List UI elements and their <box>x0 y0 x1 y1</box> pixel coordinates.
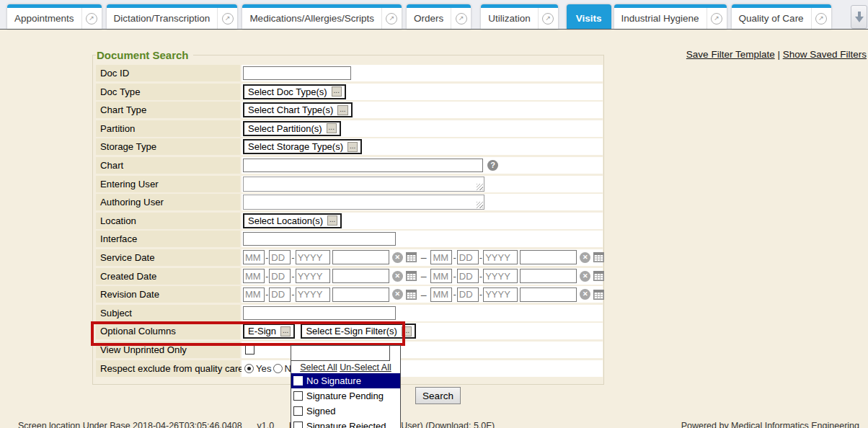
clear-icon[interactable]: ✕ <box>580 252 590 263</box>
tab-scroll-down-button[interactable] <box>851 5 867 29</box>
calendar-icon[interactable] <box>406 271 417 281</box>
tab-orders[interactable]: Orders ↗ <box>407 4 471 29</box>
option-checkbox[interactable] <box>293 376 303 385</box>
select-all-link[interactable]: Select All <box>300 362 337 373</box>
option-label: Signed <box>306 406 335 416</box>
esign-filter-search-box[interactable] <box>291 346 390 361</box>
entering-user-textarea[interactable] <box>243 177 484 192</box>
row-chart-type: Chart Type Select Chart Type(s) ... <box>96 102 603 118</box>
field-label: Authoring User <box>96 194 240 210</box>
revision-date-to-input[interactable] <box>520 287 577 302</box>
tab-dictation-transcription[interactable]: Dictation/Transcription ↗ <box>107 4 238 29</box>
revision-date-to-month-input[interactable] <box>430 287 452 302</box>
field-label: Chart <box>96 157 240 174</box>
row-entering-user: Entering User <box>96 176 603 192</box>
calendar-icon[interactable] <box>406 290 417 300</box>
field-label: Entering User <box>96 176 240 192</box>
option-checkbox[interactable] <box>293 422 303 428</box>
option-checkbox[interactable] <box>293 391 303 401</box>
date-separator: - <box>479 252 482 263</box>
ellipsis-icon: ... <box>402 326 412 336</box>
service-date-from-day-input[interactable] <box>269 250 291 264</box>
chart-input[interactable] <box>243 159 483 172</box>
revision-date-to-year-input[interactable] <box>483 287 518 302</box>
tab-popup-button[interactable]: ↗ <box>81 8 102 29</box>
select-partition-button[interactable]: Select Partition(s) ... <box>243 121 341 136</box>
tab-appointments[interactable]: Appointments ↗ <box>7 4 102 29</box>
revision-date-from-year-input[interactable] <box>296 287 330 302</box>
row-doc-type: Doc Type Select Doc Type(s) ... <box>96 84 603 100</box>
dropdown-option-signature-pending[interactable]: Signature Pending <box>291 388 400 404</box>
calendar-icon[interactable] <box>593 290 604 300</box>
dropdown-links: Select All Un-Select All <box>291 361 400 373</box>
clear-icon[interactable]: ✕ <box>392 252 403 263</box>
quality-care-no-radio[interactable] <box>273 364 283 373</box>
tab-popup-button[interactable]: ↗ <box>707 8 727 29</box>
created-date-from-month-input[interactable] <box>243 269 265 283</box>
search-button[interactable]: Search <box>415 387 461 404</box>
tab-utilization[interactable]: Utilization ↗ <box>481 4 558 29</box>
select-storage-type-button[interactable]: Select Storage Type(s) ... <box>243 139 362 154</box>
field-label: Storage Type <box>96 138 240 155</box>
created-date-from-input[interactable] <box>332 269 389 283</box>
select-doc-type-button[interactable]: Select Doc Type(s) ... <box>243 84 346 99</box>
calendar-icon[interactable] <box>406 252 417 262</box>
option-checkbox[interactable] <box>293 406 303 416</box>
created-date-from-day-input[interactable] <box>269 269 291 283</box>
service-date-to-month-input[interactable] <box>430 250 452 264</box>
clear-icon[interactable]: ✕ <box>580 271 590 282</box>
tab-popup-button[interactable]: ↗ <box>538 8 558 29</box>
quality-care-yes-radio[interactable] <box>244 364 254 373</box>
revision-date-to-day-input[interactable] <box>457 287 479 302</box>
tab-popup-button[interactable]: ↗ <box>381 8 402 29</box>
created-date-to-day-input[interactable] <box>457 269 479 283</box>
service-date-to-input[interactable] <box>520 250 577 264</box>
field-label: Subject <box>96 305 240 321</box>
service-date-from-month-input[interactable] <box>243 250 265 264</box>
service-date-from-year-input[interactable] <box>296 250 330 264</box>
tab-medications-allergies-scripts[interactable]: Medications/Allergies/Scripts ↗ <box>242 4 402 29</box>
clear-icon[interactable]: ✕ <box>392 289 403 300</box>
field-label: Interface <box>96 231 240 247</box>
created-date-to-year-input[interactable] <box>483 269 518 283</box>
service-date-from-input[interactable] <box>332 250 389 264</box>
dropdown-option-no-signature[interactable]: No Signature <box>291 373 400 388</box>
calendar-icon[interactable] <box>593 252 604 262</box>
select-location-button[interactable]: Select Location(s) ... <box>243 213 342 228</box>
tab-popup-button[interactable]: ↗ <box>451 8 471 29</box>
revision-date-from-input[interactable] <box>332 287 389 302</box>
select-chart-type-button[interactable]: Select Chart Type(s) ... <box>243 102 353 117</box>
tab-visits-active[interactable]: Visits <box>567 4 611 29</box>
created-date-from-year-input[interactable] <box>296 269 330 283</box>
subject-input[interactable] <box>243 306 396 320</box>
view-unprinted-only-checkbox[interactable] <box>245 345 254 355</box>
interface-input[interactable] <box>243 232 396 246</box>
authoring-user-textarea[interactable] <box>243 195 484 210</box>
esign-button[interactable]: E-Sign ... <box>243 324 295 339</box>
select-esign-filter-button[interactable]: Select E-Sign Filter(s) ... <box>301 324 416 339</box>
save-filter-template-link[interactable]: Save Filter Template <box>686 49 775 60</box>
service-date-to-day-input[interactable] <box>457 250 479 264</box>
tab-quality-of-care[interactable]: Quality of Care ↗ <box>732 4 831 29</box>
show-saved-filters-link[interactable]: Show Saved Filters <box>783 49 867 60</box>
tab-popup-button[interactable]: ↗ <box>811 8 831 29</box>
clear-icon[interactable]: ✕ <box>580 289 590 300</box>
created-date-to-month-input[interactable] <box>430 269 452 283</box>
help-icon[interactable]: ? <box>487 160 498 171</box>
field-label: Respect exclude from quality care <box>96 360 240 377</box>
revision-date-from-month-input[interactable] <box>243 287 265 302</box>
tab-bar: Appointments ↗ Dictation/Transcription ↗… <box>0 0 868 30</box>
clear-icon[interactable]: ✕ <box>392 271 403 282</box>
tab-popup-button[interactable]: ↗ <box>217 8 237 29</box>
dropdown-option-signed[interactable]: Signed <box>291 404 400 419</box>
service-date-to-year-input[interactable] <box>483 250 518 264</box>
revision-date-from-day-input[interactable] <box>269 287 291 302</box>
tab-industrial-hygiene[interactable]: Industrial Hygiene ↗ <box>614 4 727 29</box>
unselect-all-link[interactable]: Un-Select All <box>340 362 391 373</box>
calendar-icon[interactable] <box>593 271 604 281</box>
tab-label: Dictation/Transcription <box>107 13 218 24</box>
doc-id-input[interactable] <box>243 66 351 80</box>
dropdown-option-signature-rejected[interactable]: Signature Rejected <box>291 419 400 428</box>
date-separator: - <box>291 289 294 300</box>
created-date-to-input[interactable] <box>520 269 577 283</box>
